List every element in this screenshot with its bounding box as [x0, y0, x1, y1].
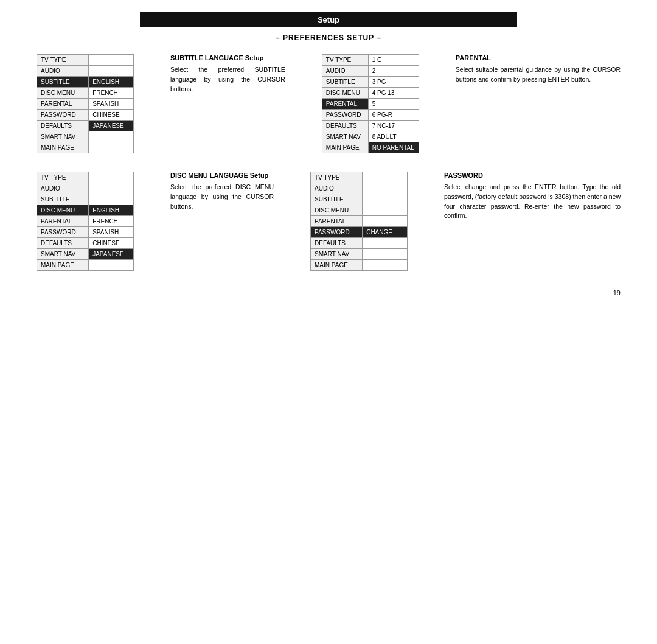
discmenu-language-title: DISC MENU LANGUAGE Setup — [170, 172, 274, 179]
table-row: SMART NAV 8 ADULT — [322, 131, 419, 142]
table-row: MAIN PAGE NO PARENTAL — [322, 142, 419, 153]
parental-menu-container: TV TYPE 1 G AUDIO 2 SUBTITLE 3 PG DISC M… — [322, 54, 419, 153]
table-row: DISC MENU — [311, 205, 408, 216]
table-row: PARENTAL FRENCH — [37, 216, 134, 227]
table-row: MAIN PAGE — [311, 260, 408, 271]
password-description: PASSWORD Select change and press the ENT… — [444, 172, 620, 271]
table-row: MAIN PAGE — [37, 142, 134, 153]
table-row: DISC MENU ENGLISH — [37, 205, 134, 216]
table-row: DISC MENU FRENCH — [37, 88, 134, 99]
password-table: TV TYPE AUDIO SUBTITLE DISC MENU PARENTA… — [310, 172, 408, 271]
table-row: DEFAULTS — [311, 238, 408, 249]
table-row: TV TYPE — [37, 55, 134, 66]
table-row: TV TYPE — [311, 172, 408, 183]
table-row: DISC MENU 4 PG 13 — [322, 88, 419, 99]
table-row: AUDIO — [37, 66, 134, 77]
page-number: 19 — [36, 289, 620, 296]
discmenu-language-description: DISC MENU LANGUAGE Setup Select the pref… — [170, 172, 274, 271]
table-row: DEFAULTS JAPANESE — [37, 121, 134, 131]
table-row: MAIN PAGE — [37, 260, 134, 271]
discmenu-language-table: TV TYPE AUDIO SUBTITLE DISC MENU ENGLISH… — [36, 172, 134, 271]
table-row: TV TYPE — [37, 172, 134, 183]
table-row: SMART NAV — [311, 249, 408, 260]
table-row: TV TYPE 1 G — [322, 55, 419, 66]
password-title: PASSWORD — [444, 172, 620, 179]
subtitle-menu-container: TV TYPE AUDIO SUBTITLE ENGLISH DISC MENU… — [36, 54, 134, 153]
table-row: SUBTITLE — [37, 194, 134, 205]
page-header: Setup — [140, 12, 517, 27]
table-row: SUBTITLE — [311, 194, 408, 205]
preferences-title: – PREFERENCES SETUP – — [36, 33, 620, 42]
table-row: PASSWORD CHANGE — [311, 227, 408, 238]
table-row: DEFAULTS 7 NC-17 — [322, 121, 419, 131]
table-row: SMART NAV JAPANESE — [37, 249, 134, 260]
subtitle-language-table: TV TYPE AUDIO SUBTITLE ENGLISH DISC MENU… — [36, 54, 134, 153]
table-row: AUDIO 2 — [322, 66, 419, 77]
discmenu-language-text: Select the preferred DISC MENU language … — [170, 183, 274, 211]
table-row: PARENTAL SPANISH — [37, 99, 134, 110]
table-row: SUBTITLE ENGLISH — [37, 77, 134, 88]
subtitle-language-title: SUBTITLE LANGUAGE Setup — [170, 54, 285, 61]
table-row: DEFAULTS CHINESE — [37, 238, 134, 249]
table-row: PASSWORD 6 PG-R — [322, 110, 419, 121]
subtitle-language-text: Select the preferred SUBTITLE language b… — [170, 65, 285, 94]
table-row: PARENTAL 5 — [322, 99, 419, 110]
parental-text: Select suitable parental guidance by usi… — [456, 65, 620, 85]
parental-description: PARENTAL Select suitable parental guidan… — [456, 54, 620, 153]
table-row: AUDIO — [311, 183, 408, 194]
table-row: PASSWORD SPANISH — [37, 227, 134, 238]
table-row: SMART NAV — [37, 131, 134, 142]
discmenu-menu-container: TV TYPE AUDIO SUBTITLE DISC MENU ENGLISH… — [36, 172, 134, 271]
parental-title: PARENTAL — [456, 54, 620, 61]
subtitle-language-description: SUBTITLE LANGUAGE Setup Select the prefe… — [170, 54, 285, 153]
table-row: SUBTITLE 3 PG — [322, 77, 419, 88]
table-row: PARENTAL — [311, 216, 408, 227]
table-row: AUDIO — [37, 183, 134, 194]
password-menu-container: TV TYPE AUDIO SUBTITLE DISC MENU PARENTA… — [310, 172, 408, 271]
table-row: PASSWORD CHINESE — [37, 110, 134, 121]
password-text: Select change and press the ENTER button… — [444, 183, 620, 221]
parental-table: TV TYPE 1 G AUDIO 2 SUBTITLE 3 PG DISC M… — [322, 54, 419, 153]
